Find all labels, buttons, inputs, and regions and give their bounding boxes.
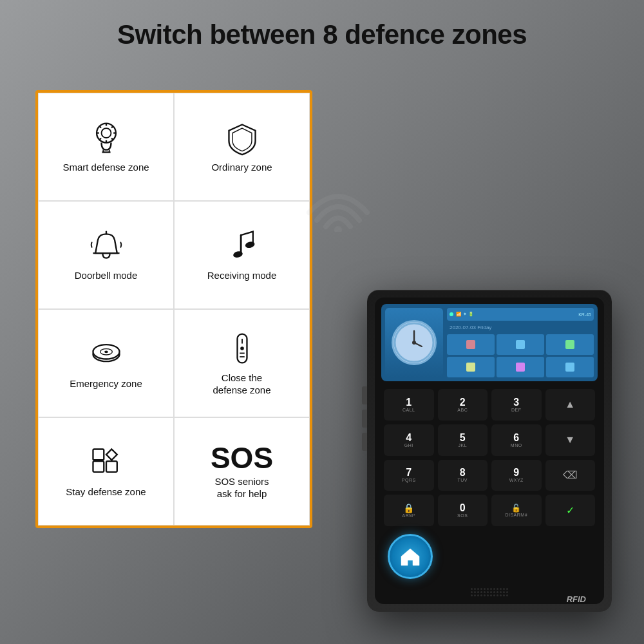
cell-ordinary-zone: Ordinary zone <box>174 93 310 201</box>
doorbell-mode-label: Doorbell mode <box>75 269 138 282</box>
screen-btn-3[interactable] <box>546 334 594 355</box>
key-arm[interactable]: 🔒 ARM* <box>384 495 434 526</box>
cell-sos-seniors: SOS SOS seniorsask for help <box>174 417 310 526</box>
key-1[interactable]: 1CALL <box>384 389 434 421</box>
key-0[interactable]: 0SOS <box>438 495 488 526</box>
cell-receiving-mode: Receiving mode <box>174 201 310 309</box>
home-button-row <box>381 534 598 582</box>
smoke-detector-icon <box>88 336 124 372</box>
cell-close-defense: Close thedefense zone <box>174 309 310 417</box>
clock-face <box>392 320 437 365</box>
shield-icon <box>224 120 260 156</box>
cell-doorbell-mode: Doorbell mode <box>38 201 174 309</box>
screen-btn-5[interactable] <box>497 357 544 377</box>
screen-right: 📶 ✦ 🔋 KR-45 2020-07-03 Friday <box>447 308 594 377</box>
screen-app-buttons <box>447 334 594 377</box>
svg-point-19 <box>104 351 108 354</box>
key-5[interactable]: 5JKL <box>438 424 488 456</box>
screen-btn-2[interactable] <box>497 334 544 355</box>
key-7[interactable]: 7PQRS <box>384 460 434 491</box>
receiving-mode-label: Receiving mode <box>207 269 277 282</box>
speaker-grille: // Generate speaker dots inline - handle… <box>471 588 508 596</box>
svg-line-8 <box>111 126 113 128</box>
side-buttons <box>362 386 367 451</box>
svg-line-7 <box>111 138 113 140</box>
smart-defense-label: Smart defense zone <box>62 161 149 174</box>
screen-btn-1[interactable] <box>447 334 495 355</box>
side-button-2[interactable] <box>362 410 367 428</box>
key-down[interactable]: ▼ <box>545 424 596 456</box>
wifi-wall-icon <box>303 174 374 234</box>
key-6[interactable]: 6MNO <box>491 424 542 456</box>
remote-icon <box>224 330 260 366</box>
alarm-panel: 📶 ✦ 🔋 KR-45 2020-07-03 Friday 1CALL <box>367 290 612 612</box>
key-back[interactable]: ⌫ <box>545 460 596 491</box>
panel-inner: 📶 ✦ 🔋 KR-45 2020-07-03 Friday 1CALL <box>375 298 604 604</box>
svg-line-6 <box>99 126 101 128</box>
svg-rect-26 <box>106 461 117 472</box>
close-defense-label: Close thedefense zone <box>213 372 270 397</box>
key-2[interactable]: 2ABC <box>438 389 488 421</box>
sos-label: SOS seniorsask for help <box>214 475 269 500</box>
cell-stay-defense: Stay defense zone <box>38 417 174 526</box>
key-8[interactable]: 8TUV <box>438 460 488 491</box>
key-3[interactable]: 3DEF <box>491 389 542 421</box>
device-screen: 📶 ✦ 🔋 KR-45 2020-07-03 Friday <box>381 304 598 381</box>
screen-status-bar: 📶 ✦ 🔋 KR-45 <box>447 308 594 321</box>
clock-display <box>385 308 443 377</box>
svg-point-28 <box>334 226 342 232</box>
cell-emergency-zone: Emergency zone <box>38 309 174 417</box>
svg-point-15 <box>244 241 255 249</box>
info-card: Smart defense zone Ordinary zone Doorbel… <box>35 90 312 528</box>
side-button-1[interactable] <box>362 386 367 404</box>
home-icon <box>399 545 422 568</box>
key-disarm[interactable]: 🔓 DISARM# <box>491 495 542 526</box>
home-button[interactable] <box>388 534 433 579</box>
emergency-zone-label: Emergency zone <box>70 377 142 390</box>
bell-icon <box>88 228 124 264</box>
key-9[interactable]: 9WXYZ <box>491 460 542 491</box>
music-note-icon <box>224 228 260 264</box>
status-indicator <box>450 312 453 316</box>
keypad: 1CALL 2ABC 3DEF ▲ 4GHI 5JKL 6MNO ▼ <box>381 386 598 529</box>
ordinary-zone-label: Ordinary zone <box>211 161 272 174</box>
key-confirm[interactable]: ✓ <box>545 495 596 526</box>
svg-point-32 <box>412 341 416 345</box>
stay-defense-label: Stay defense zone <box>66 486 146 498</box>
key-up[interactable]: ▲ <box>545 389 596 421</box>
cell-smart-defense: Smart defense zone <box>38 93 174 201</box>
page-title-area: Switch between 8 defence zones <box>0 19 644 50</box>
screen-date: 2020-07-03 Friday <box>447 323 594 332</box>
svg-point-22 <box>240 346 244 350</box>
key-4[interactable]: 4GHI <box>384 424 434 456</box>
device-id: KR-45 <box>578 312 591 317</box>
screen-btn-4[interactable] <box>447 357 495 377</box>
svg-line-9 <box>99 138 101 140</box>
rfid-label: RFID <box>567 594 586 604</box>
brain-gear-icon <box>88 120 124 156</box>
svg-rect-27 <box>93 450 104 460</box>
screen-btn-6[interactable] <box>546 357 594 377</box>
apps-icon <box>88 444 124 480</box>
side-button-3[interactable] <box>362 433 367 451</box>
sos-text: SOS <box>211 443 273 473</box>
page-title: Switch between 8 defence zones <box>0 19 644 50</box>
svg-point-1 <box>101 128 111 138</box>
svg-rect-25 <box>93 461 104 472</box>
